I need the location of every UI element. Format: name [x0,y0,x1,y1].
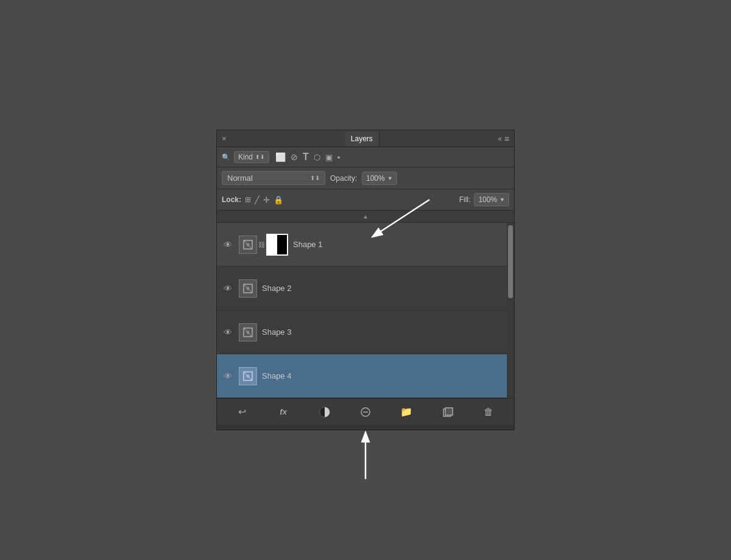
fill-label: Fill: [459,195,471,204]
layer-mask-shape1[interactable] [266,234,288,256]
blend-dropdown-arrow: ⬆⬇ [310,175,320,181]
visibility-toggle-shape1[interactable]: 👁 [222,240,234,250]
svg-line-11 [244,372,252,380]
blend-mode-value: Normal [227,173,253,183]
fill-arrow: ▼ [500,197,505,203]
layer-name-shape4: Shape 4 [262,371,509,380]
layers-list: 👁 ⛓ Shape 1 [217,223,514,398]
lock-move-button[interactable]: ✛ [263,195,270,205]
layer-thumb-shape1: ⛓ [239,234,288,256]
layer-name-shape2: Shape 2 [262,284,509,293]
filter-icons-group: ⬜ ⊘ T ⬡ ▣ ▪ [275,152,340,163]
opacity-value-text: 100% [366,174,385,183]
layer-name-shape3: Shape 3 [262,327,509,337]
filter-artboard-icon[interactable]: ▣ [325,153,333,162]
layer-row-shape2[interactable]: 👁 Shape 2 [217,267,514,310]
new-layer-button[interactable] [439,404,456,421]
layer-type-icon-shape4 [239,367,257,385]
filter-pixel-icon[interactable]: ⬜ [275,152,286,162]
layer-row-shape3[interactable]: 👁 Shape 3 [217,310,514,354]
svg-line-2 [244,240,252,249]
svg-line-8 [244,328,252,337]
add-mask-button[interactable] [357,404,374,421]
kind-label: Kind [238,153,253,161]
new-adjustment-button[interactable] [316,404,333,421]
filter-text-icon[interactable]: T [303,152,309,163]
filter-shape-icon[interactable]: ⬡ [314,153,320,162]
scrollbar-thumb[interactable] [508,225,513,298]
svg-point-13 [320,407,330,417]
lock-label: Lock: [222,195,241,204]
separator: ▲ [217,211,514,223]
panel-menu-button[interactable]: ≡ [504,134,509,144]
lock-transparency-button[interactable]: ⊞ [245,195,251,204]
layer-row-shape4[interactable]: 👁 Shape 4 [217,354,514,398]
layer-type-icon-shape3 [239,323,257,341]
opacity-label: Opacity: [330,174,357,183]
fill-input[interactable]: 100% ▼ [474,193,509,206]
layer-thumb-shape3 [239,323,257,341]
layer-row-shape1[interactable]: 👁 ⛓ Shape 1 [217,223,514,267]
svg-line-5 [244,284,252,293]
collapse-button[interactable]: « [498,135,502,143]
svg-rect-17 [445,408,453,415]
filter-smartobj-icon[interactable]: ▪ [337,153,341,162]
fx-button[interactable]: fx [275,404,292,421]
new-group-button[interactable]: 📁 [398,404,415,421]
lock-all-button[interactable]: 🔒 [274,195,283,205]
bottom-toolbar: ↩ fx [217,398,514,425]
layer-type-icon-shape2 [239,279,257,298]
fill-value-text: 100% [478,195,497,204]
visibility-toggle-shape3[interactable]: 👁 [222,327,234,337]
close-button[interactable]: × [222,134,227,143]
resize-handle[interactable]: · · · · · · [217,425,514,430]
layer-type-icon-shape1 [239,236,257,254]
link-chain-shape1: ⛓ [258,241,265,248]
annotation-arrow-toolbar [335,427,396,482]
lock-bar: Lock: ⊞ ╱ ✛ 🔒 Fill: 100% ▼ [217,189,514,211]
layer-thumb-shape4 [239,367,257,385]
filter-adjustment-icon[interactable]: ⊘ [291,152,298,162]
layer-thumb-shape2 [239,279,257,298]
blend-opacity-bar: Normal ⬆⬇ Opacity: 100% ▼ [217,167,514,189]
opacity-input[interactable]: 100% ▼ [362,172,397,185]
lock-paint-button[interactable]: ╱ [255,195,260,205]
search-icon: 🔍 [222,153,230,161]
filter-bar: 🔍 Kind ⬆⬇ ⬜ ⊘ T ⬡ ▣ ▪ [217,147,514,167]
layers-panel: × Layers « ≡ 🔍 Kind ⬆⬇ ⬜ ⊘ T ⬡ ▣ [216,130,515,430]
link-layers-button[interactable]: ↩ [234,404,251,421]
delete-layer-button[interactable]: 🗑 [480,404,497,421]
visibility-toggle-shape2[interactable]: 👁 [222,284,234,293]
blend-mode-dropdown[interactable]: Normal ⬆⬇ [222,171,325,185]
title-bar: × Layers « ≡ [217,130,514,147]
expand-chevron: ▲ [362,213,369,220]
layer-name-shape1: Shape 1 [293,240,509,249]
visibility-toggle-shape4[interactable]: 👁 [222,371,234,381]
kind-dropdown-arrow: ⬆⬇ [255,154,265,160]
kind-dropdown[interactable]: Kind ⬆⬇ [234,151,269,163]
opacity-arrow: ▼ [387,175,393,181]
layers-tab[interactable]: Layers [345,131,380,146]
